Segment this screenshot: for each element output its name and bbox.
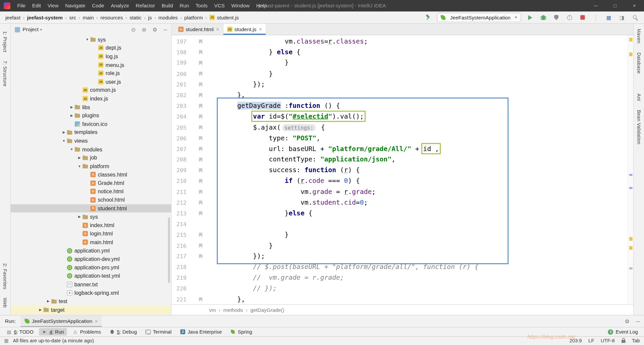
tree-item-notice-html[interactable]: 5notice.html (11, 187, 171, 196)
code-line-208[interactable]: 208 contentType: "application/json", (172, 154, 628, 165)
code-line-200[interactable]: 200 } (172, 68, 628, 79)
code-line-217[interactable]: 217 }); (172, 251, 628, 262)
toolwindow-button-java-enterprise[interactable]: JJava Enterprise (177, 328, 225, 336)
code-line-211[interactable]: 211 vm.grade = r.grade; (172, 187, 628, 197)
tree-item-log-js[interactable]: JSlog.js (11, 52, 171, 61)
code-line-201[interactable]: 201 }); (172, 79, 628, 90)
chevron-expanded-icon[interactable]: ▼ (68, 147, 74, 151)
menu-edit[interactable]: Edit (29, 2, 44, 9)
search-everywhere-icon[interactable] (631, 13, 639, 21)
minimize-button[interactable]: ─ (586, 0, 605, 11)
tree-item-modules[interactable]: ▼modules (11, 145, 171, 153)
hide-icon[interactable]: ─ (636, 318, 640, 324)
stripe-button-bean-validation[interactable]: Bean Validation (636, 110, 641, 144)
tree-item-application-dev-yml[interactable]: application-dev.yml (11, 255, 171, 263)
tree-item-sys[interactable]: ▶sys (11, 213, 171, 221)
code-line-210[interactable]: 210 if (r.code === 0) { (172, 176, 628, 187)
code-line-214[interactable]: 214 (172, 219, 628, 229)
menu-window[interactable]: Window (228, 2, 253, 9)
profiler-icon[interactable] (566, 13, 573, 21)
tree-item-favicon-ico[interactable]: favicon.ico (11, 120, 171, 128)
tree-item-views[interactable]: ▼views (11, 137, 171, 145)
hide-icon[interactable]: ─ (163, 26, 167, 32)
tree-item-sys[interactable]: ▼sys (11, 35, 171, 44)
toolwindow-button-terminal[interactable]: ›_Terminal (142, 328, 174, 336)
layout-icon[interactable]: ◨ (618, 13, 626, 21)
code-line-212[interactable]: 212 vm.student.cid=0; (172, 197, 628, 208)
menu-run[interactable]: Run (176, 2, 193, 9)
stripe-button-7-structure[interactable]: 7: Structure (3, 61, 8, 86)
toolwindow-switcher-icon[interactable]: ▦ (4, 338, 9, 344)
editor-tab-student-js[interactable]: JSstudent.js× (223, 24, 266, 35)
breadcrumb-item-methods[interactable]: methods (222, 306, 245, 313)
chevron-collapsed-icon[interactable]: ▶ (61, 131, 67, 134)
breadcrumb-item-modules[interactable]: modules (157, 14, 179, 21)
close-button[interactable]: × (625, 0, 644, 11)
collapse-all-icon[interactable]: ⊖ (142, 26, 146, 32)
chevron-collapsed-icon[interactable]: ▶ (45, 299, 51, 303)
breadcrumb-item-jeefast-system[interactable]: jeefast-system (26, 14, 64, 21)
tree-item-application-yml[interactable]: application.yml (11, 247, 171, 255)
chevron-expanded-icon[interactable]: ▼ (61, 139, 67, 143)
chevron-expanded-icon[interactable]: ▼ (84, 38, 90, 41)
code-line-205[interactable]: 205 $.ajax(settings: { (172, 122, 628, 133)
menu-refactor[interactable]: Refactor (132, 2, 158, 9)
toolwindow-button-6-todo[interactable]: ▤6: TODO (3, 328, 37, 336)
menu-tools[interactable]: Tools (192, 2, 211, 9)
editor-tab-student-html[interactable]: 5student.html× (174, 24, 223, 35)
tree-item-menu-js[interactable]: JSmenu.js (11, 61, 171, 69)
tree-item-application-test-yml[interactable]: application-test.yml (11, 272, 171, 280)
tree-item-job[interactable]: ▶job (11, 153, 171, 162)
code-line-213[interactable]: 213 }else { (172, 208, 628, 219)
breadcrumb-item-vm[interactable]: vm (207, 306, 217, 313)
run-tab[interactable]: JeeFastSystemApplication × (21, 315, 102, 327)
scrollbar-thumb[interactable] (168, 217, 170, 283)
error-stripe-mark[interactable] (629, 237, 633, 241)
code-line-204[interactable]: 204 var id=$("#selectid").val(); (172, 111, 628, 122)
lock-icon[interactable] (621, 338, 625, 344)
chevron-collapsed-icon[interactable]: ▶ (76, 215, 83, 219)
run-icon[interactable] (526, 13, 534, 21)
error-stripe-mark[interactable] (629, 38, 633, 42)
stripe-button-web[interactable]: Web (3, 298, 8, 308)
error-stripe-mark[interactable] (629, 174, 633, 176)
file-encoding[interactable]: UTF-8 (601, 338, 615, 344)
menu-navigate[interactable]: Navigate (62, 2, 89, 9)
settings-gear-icon[interactable]: ⚙ (152, 26, 157, 32)
code-line-199[interactable]: 199 } (172, 58, 628, 68)
menu-code[interactable]: Code (89, 2, 107, 9)
code-line-209[interactable]: 209 success: function (r) { (172, 165, 628, 176)
tree-item-logback-spring-xml[interactable]: xlogback-spring.xml (11, 289, 171, 297)
error-stripe-mark[interactable] (629, 246, 633, 250)
error-stripe-mark[interactable] (629, 187, 633, 189)
debug-icon[interactable] (539, 13, 547, 21)
chevron-down-icon[interactable]: ▾ (40, 28, 42, 31)
tree-item-user-js[interactable]: JSuser.js (11, 77, 171, 86)
toolwindow-button-spring[interactable]: Spring (227, 328, 255, 336)
toolwindow-button-5-debug[interactable]: 5: Debug (106, 328, 140, 336)
tree-item-common-js[interactable]: JScommon.js (11, 86, 171, 94)
chevron-collapsed-icon[interactable]: ▶ (68, 105, 74, 109)
close-icon[interactable]: × (259, 26, 262, 32)
toolwindow-button-4-run[interactable]: ▶4: Run (39, 328, 67, 336)
build-hammer-icon[interactable] (424, 13, 432, 21)
code-line-215[interactable]: 215 } (172, 229, 628, 240)
code-line-197[interactable]: 197 vm.classes=r.classes; (172, 36, 628, 47)
code-line-203[interactable]: 203 getDayGrade :function () { (172, 100, 628, 111)
menu-view[interactable]: View (44, 2, 62, 9)
chevron-collapsed-icon[interactable]: ▶ (68, 114, 74, 117)
code-line-218[interactable]: 218 // $.post(baseURL + "platform/grade/… (172, 262, 628, 272)
stripe-button-ant[interactable]: Ant (636, 93, 641, 101)
caret-position[interactable]: 203:9 (570, 338, 582, 344)
breadcrumb-item-student-js[interactable]: JSstudent.js (208, 14, 240, 21)
menu-vcs[interactable]: VCS (211, 2, 228, 9)
stop-icon[interactable] (579, 13, 586, 21)
chevron-expanded-icon[interactable]: ▼ (76, 164, 83, 168)
tree-item-grade-html[interactable]: 5Grade.html (11, 179, 171, 187)
tree-item-libs[interactable]: ▶libs (11, 103, 171, 111)
error-stripe-mark[interactable] (629, 267, 633, 269)
tree-item-plugins[interactable]: ▶plugins (11, 111, 171, 120)
tree-item-index-html[interactable]: 5index.html (11, 221, 171, 229)
tree-item-index-js[interactable]: JSindex.js (11, 94, 171, 103)
breadcrumb-item-jeefast[interactable]: jeefast (4, 14, 21, 21)
